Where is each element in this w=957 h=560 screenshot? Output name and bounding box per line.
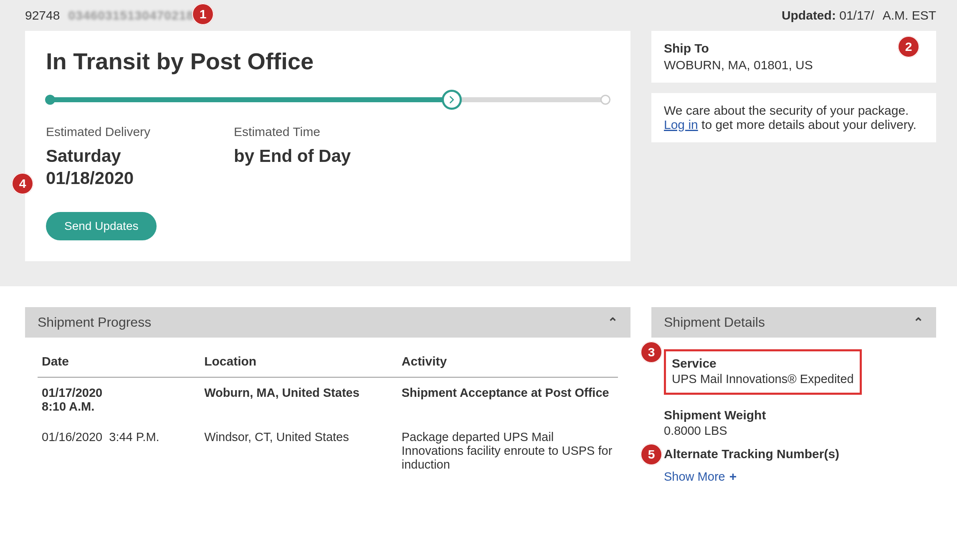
table-row: 01/17/20208:10 A.M.Woburn, MA, United St… bbox=[38, 377, 618, 422]
progress-end-dot bbox=[600, 95, 610, 105]
shipment-progress-table: Date Location Activity 01/17/20208:10 A.… bbox=[38, 346, 618, 480]
cell-date: 01/16/2020 3:44 P.M. bbox=[38, 422, 200, 480]
table-row: 01/16/2020 3:44 P.M.Windsor, CT, United … bbox=[38, 422, 618, 480]
progress-start-dot bbox=[45, 95, 55, 105]
annotation-5: 5 bbox=[641, 444, 662, 465]
estimated-delivery-block: Estimated Delivery Saturday 01/18/2020 bbox=[46, 125, 150, 189]
estimated-delivery-date: 01/18/2020 bbox=[46, 168, 134, 188]
shipment-progress-title: Shipment Progress bbox=[38, 315, 151, 330]
weight-label: Shipment Weight bbox=[664, 408, 924, 422]
col-activity-header: Activity bbox=[397, 346, 618, 377]
updated-label: Updated: bbox=[782, 8, 836, 22]
plus-icon: + bbox=[729, 469, 737, 484]
service-value: UPS Mail Innovations® Expedited bbox=[672, 372, 854, 386]
shipment-progress-header[interactable]: Shipment Progress ⌃ bbox=[25, 307, 630, 338]
ship-to-title: Ship To bbox=[664, 41, 924, 55]
status-title: In Transit by Post Office bbox=[46, 48, 610, 75]
chevron-up-icon: ⌃ bbox=[913, 315, 924, 330]
cell-location: Woburn, MA, United States bbox=[200, 377, 397, 422]
shipment-details-panel: Shipment Details ⌃ 3 Service UPS Mail In… bbox=[651, 307, 936, 492]
progress-current-marker bbox=[442, 90, 462, 110]
estimated-delivery-day: Saturday bbox=[46, 146, 121, 166]
service-label: Service bbox=[672, 356, 854, 371]
shipment-progress-panel: Shipment Progress ⌃ Date Location Activi… bbox=[25, 307, 630, 492]
col-date-header: Date bbox=[38, 346, 200, 377]
annotation-1: 1 bbox=[192, 3, 214, 25]
security-post-text: to get more details about your delivery. bbox=[698, 118, 916, 131]
service-highlight-box: Service UPS Mail Innovations® Expedited bbox=[664, 349, 862, 395]
progress-bar bbox=[46, 91, 610, 108]
tracking-number-prefix: 92748 bbox=[25, 8, 60, 23]
estimated-time-label: Estimated Time bbox=[234, 125, 351, 139]
ship-to-card: 2 Ship To WOBURN, MA, 01801, US bbox=[651, 31, 936, 83]
top-bar: 92748 0346031513047021873 1 Updated: 01/… bbox=[0, 0, 957, 31]
estimated-time-block: Estimated Time by End of Day bbox=[234, 125, 351, 189]
annotation-2: 2 bbox=[898, 36, 919, 58]
estimated-time-value: by End of Day bbox=[234, 145, 351, 167]
estimated-delivery-label: Estimated Delivery bbox=[46, 125, 150, 139]
show-more-link[interactable]: Show More + bbox=[664, 469, 737, 484]
cell-date: 01/17/20208:10 A.M. bbox=[38, 377, 200, 422]
annotation-3: 3 bbox=[641, 341, 662, 363]
ship-to-address: WOBURN, MA, 01801, US bbox=[664, 58, 924, 72]
shipment-details-header[interactable]: Shipment Details ⌃ bbox=[651, 307, 936, 338]
tracking-number-obscured: 0346031513047021873 bbox=[68, 8, 208, 23]
col-location-header: Location bbox=[200, 346, 397, 377]
updated-timezone: A.M. EST bbox=[883, 8, 936, 23]
cell-activity: Shipment Acceptance at Post Office bbox=[397, 377, 618, 422]
weight-value: 0.8000 LBS bbox=[664, 424, 924, 438]
chevron-up-icon: ⌃ bbox=[608, 315, 618, 330]
send-updates-button[interactable]: Send Updates bbox=[46, 212, 157, 240]
cell-activity: Package departed UPS Mail Innovations fa… bbox=[397, 422, 618, 480]
annotation-4: 4 bbox=[12, 173, 33, 194]
cell-location: Windsor, CT, United States bbox=[200, 422, 397, 480]
security-pre-text: We care about the security of your packa… bbox=[664, 103, 909, 117]
show-more-text: Show More bbox=[664, 470, 725, 484]
chevron-right-icon bbox=[447, 95, 456, 104]
alt-tracking-label: Alternate Tracking Number(s) bbox=[664, 447, 924, 461]
login-link[interactable]: Log in bbox=[664, 118, 698, 131]
status-card: 4 In Transit by Post Office Estimated De… bbox=[25, 31, 630, 261]
updated-date: 01/17/ bbox=[839, 8, 874, 22]
security-message-card: We care about the security of your packa… bbox=[651, 93, 936, 142]
shipment-details-title: Shipment Details bbox=[664, 315, 765, 330]
